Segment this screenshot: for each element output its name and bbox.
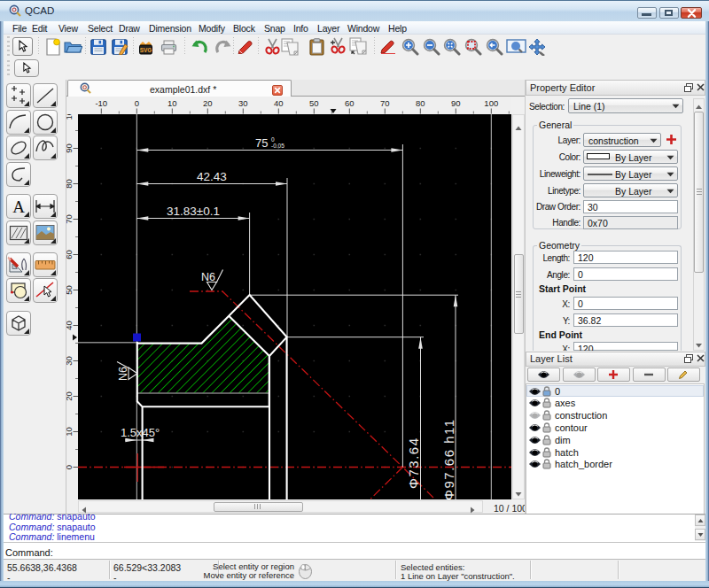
svg-text:90: 90 [66, 143, 74, 153]
svg-text:50: 50 [66, 285, 74, 295]
svg-text:0: 0 [271, 136, 275, 143]
svg-text:SVG: SVG [140, 47, 152, 53]
svg-text:10: 10 [168, 98, 177, 108]
svg-text:10: 10 [66, 427, 74, 437]
svg-text:40: 40 [66, 321, 74, 330]
svg-text:20: 20 [66, 391, 74, 401]
svg-text:60: 60 [66, 250, 74, 259]
svg-text:Φ97.66 h11: Φ97.66 h11 [441, 418, 456, 499]
svg-text:60: 60 [345, 98, 354, 108]
svg-text:80: 80 [66, 179, 74, 189]
svg-text:0: 0 [66, 465, 74, 469]
svg-text:-10: -10 [95, 98, 107, 108]
svg-text:31.83±0.1: 31.83±0.1 [167, 205, 220, 218]
svg-text:70: 70 [66, 214, 74, 224]
svg-text:A: A [12, 197, 25, 216]
svg-text:Φ73.64: Φ73.64 [406, 437, 421, 489]
svg-text:1.5x45°: 1.5x45° [121, 426, 160, 439]
svg-text:70: 70 [380, 98, 390, 108]
svg-text:40: 40 [274, 98, 284, 108]
svg-text:30: 30 [238, 98, 248, 108]
svg-text:N6: N6 [117, 367, 129, 381]
svg-text:80: 80 [416, 98, 425, 108]
svg-text:0: 0 [135, 98, 139, 108]
svg-text:100: 100 [66, 114, 74, 120]
svg-text:N6: N6 [201, 271, 215, 283]
svg-text:-0.05: -0.05 [271, 143, 284, 149]
svg-text:75: 75 [255, 136, 268, 150]
svg-text:50: 50 [309, 98, 319, 108]
svg-text:20: 20 [203, 98, 213, 108]
svg-text:42.43: 42.43 [197, 170, 227, 183]
svg-text:30: 30 [66, 356, 74, 366]
